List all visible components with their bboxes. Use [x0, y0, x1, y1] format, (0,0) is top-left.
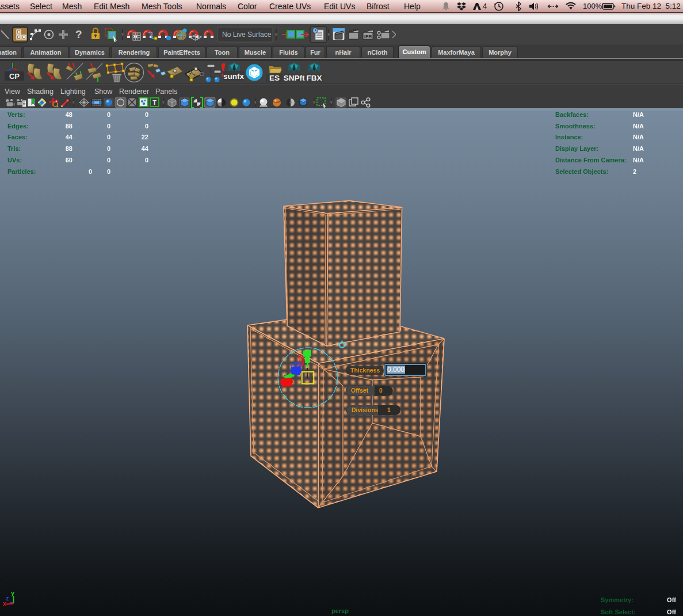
svg-text:SNPft: SNPft — [284, 74, 305, 82]
svg-text:x: x — [3, 600, 7, 607]
svg-text:CP: CP — [9, 72, 20, 81]
svg-text:sunfx: sunfx — [223, 72, 244, 81]
svg-text:ES: ES — [269, 74, 280, 82]
svg-text:y: y — [11, 590, 15, 596]
svg-text:No Live Surface: No Live Surface — [222, 31, 272, 39]
svg-text:T: T — [152, 99, 157, 106]
svg-text:IPR: IPR — [364, 34, 372, 39]
svg-text:?: ? — [75, 28, 82, 40]
svg-text:FBX: FBX — [307, 74, 322, 82]
